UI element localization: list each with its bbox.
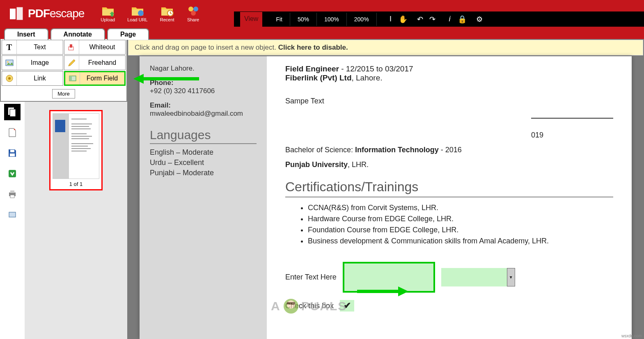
hand-tool-icon[interactable]: ✋ [397, 14, 409, 25]
cert-heading: Certifications/Trainings [285, 179, 613, 197]
zoom-100-button[interactable]: 100% [317, 13, 347, 26]
degree-line: Bachelor of Science: Information Technol… [285, 146, 613, 154]
watermark-icon [283, 298, 299, 314]
zoom-50-button[interactable]: 50% [290, 13, 317, 26]
svg-point-6 [193, 7, 198, 11]
annotation-arrow-icon [357, 285, 408, 298]
svg-point-3 [138, 10, 144, 16]
print-icon[interactable] [4, 186, 21, 202]
cert-list: CCNA(R&S) from Corvit Systems, LHR. Hard… [285, 204, 613, 245]
svg-rect-0 [10, 9, 16, 19]
thumbnail-panel: 1 of 1 [25, 102, 127, 339]
lang-item: English – Moderate [150, 148, 257, 157]
degree-uni: Punjab University, LHR. [285, 160, 613, 169]
underline-field [531, 118, 613, 119]
address-text: Nagar Lahore. [150, 64, 257, 73]
resume-main: Field Engineer - 12/2015 to 03/2017 Fibe… [267, 56, 632, 339]
pages-panel-icon[interactable] [4, 104, 21, 120]
cert-item: Business development & Communication ski… [308, 237, 613, 245]
zoom-fit-button[interactable]: Fit [268, 13, 290, 26]
lang-item: Punjabi – Moderate [150, 169, 257, 177]
tool-text[interactable]: T Text [2, 40, 63, 55]
loadurl-button[interactable]: Load URL [127, 5, 148, 22]
cert-item: CCNA(R&S) from Corvit Systems, LHR. [308, 204, 613, 212]
recent-label: Recent [160, 17, 174, 22]
svg-rect-24 [9, 212, 16, 217]
folder-upload-icon [101, 5, 115, 16]
tool-image[interactable]: Image [2, 55, 63, 70]
svg-rect-17 [10, 109, 16, 117]
share-icon [187, 5, 200, 16]
page-thumbnail[interactable]: 1 of 1 [49, 110, 103, 190]
left-icon-strip [0, 102, 25, 339]
watermark: A PUALS [271, 298, 347, 314]
zoom-200-button[interactable]: 200% [347, 13, 377, 26]
job-entry: Field Engineer - 12/2015 to 03/2017 [285, 64, 613, 73]
lang-item: Urdu – Excellent [150, 158, 257, 167]
email-text: mwaleedbinobaid@gmail.com [150, 110, 257, 118]
tab-annotate[interactable]: Annotate [50, 28, 105, 40]
svg-point-5 [188, 7, 193, 11]
tab-page[interactable]: Page [107, 28, 149, 40]
thumbnail-label: 1 of 1 [53, 181, 99, 187]
upload-button[interactable]: Upload [101, 5, 115, 22]
text-cursor-icon[interactable]: I [385, 14, 396, 25]
tool-link[interactable]: Link [2, 71, 63, 86]
redo-icon[interactable]: ↷ [427, 14, 438, 25]
form-field-row: Enter Text Here ▼ [285, 262, 613, 293]
job-company: Fiberlink (Pvt) Ltd, Lahore. [285, 73, 613, 82]
page-red-icon[interactable] [4, 124, 21, 141]
hint-bar: Click and drag on page to insert a new o… [128, 40, 643, 55]
svg-rect-23 [10, 195, 14, 198]
image-tool-icon [2, 56, 17, 70]
cert-item: Foundation Course from EDGE College, LHR… [308, 226, 613, 234]
view-label: View [240, 12, 262, 27]
dropdown-form-field[interactable]: ▼ [441, 268, 515, 286]
text-tool-icon: T [2, 40, 17, 54]
tool-freehand[interactable]: Freehand [64, 55, 126, 70]
svg-rect-27 [287, 302, 295, 305]
share-label: Share [187, 17, 199, 22]
hint-disable-link[interactable]: Click here to disable. [278, 44, 348, 51]
pencil-icon [64, 56, 79, 70]
tool-whiteout[interactable]: Whiteout [64, 40, 126, 55]
annotation-arrow-icon [133, 73, 199, 85]
settings-icon[interactable]: ⚙ [474, 14, 485, 25]
svg-rect-15 [69, 76, 72, 81]
svg-point-7 [191, 11, 196, 16]
svg-rect-22 [10, 190, 14, 193]
recent-button[interactable]: Recent [160, 5, 174, 22]
undo-icon[interactable]: ↶ [415, 14, 426, 25]
save-icon[interactable] [4, 145, 21, 161]
tool-form-field[interactable]: Form Field [64, 71, 126, 86]
share-button[interactable]: Share [187, 5, 200, 22]
svg-rect-9 [70, 44, 72, 48]
tool-panel: T Text Whiteout Image Freehand Lin [0, 39, 127, 102]
tab-insert[interactable]: Insert [4, 28, 48, 40]
resume-sidebar: Nagar Lahore. Phone: +92 (0) 320 4117606… [140, 56, 267, 339]
tab-bar: Insert Annotate Page [0, 27, 644, 39]
source-tag: wsxdn.com [621, 334, 642, 338]
enter-text-label: Enter Text Here [285, 273, 337, 282]
svg-rect-1 [16, 7, 23, 20]
sample-text: Sampe Text [285, 97, 613, 105]
info-icon[interactable]: i [444, 14, 456, 25]
download-icon[interactable] [4, 165, 21, 182]
upload-label: Upload [101, 17, 115, 22]
svg-point-11 [7, 61, 9, 63]
lock-icon[interactable]: 🔒 [456, 14, 468, 25]
app-logo: PDFescape [8, 5, 84, 22]
svg-rect-18 [10, 150, 14, 152]
loadurl-label: Load URL [127, 17, 148, 22]
cert-item: Hardware Course from EDGE College, LHR. [308, 215, 613, 223]
chevron-down-icon[interactable]: ▼ [507, 268, 515, 286]
logo-text: PDFescape [28, 7, 84, 20]
svg-rect-20 [9, 170, 16, 177]
whiteout-icon [64, 40, 79, 54]
more-button[interactable]: More [52, 89, 75, 98]
link-icon [2, 71, 17, 85]
year-text: 019 [285, 131, 613, 140]
form-icon[interactable] [4, 206, 21, 223]
logo-icon [8, 5, 25, 22]
view-bar: View Fit 50% 100% 200% I ✋ ↶ ↷ i 🔒 ⚙ [234, 11, 644, 27]
